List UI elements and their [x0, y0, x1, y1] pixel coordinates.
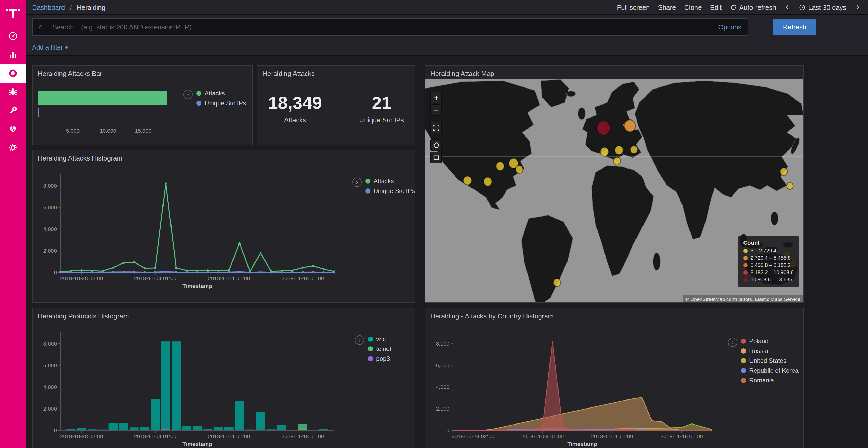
add-filter-link[interactable]: Add a filter + [32, 44, 68, 51]
sidebar-item-gauge[interactable] [0, 27, 26, 45]
legend-item-attacks[interactable]: Attacks [196, 90, 246, 97]
legend-toggle-icon[interactable]: › [352, 177, 362, 187]
auto-refresh-button[interactable]: Auto-refresh [730, 3, 776, 11]
draw-rectangle-button[interactable] [430, 152, 442, 163]
legend-item-pop3[interactable]: pop3 [368, 355, 392, 362]
legend-item-vnc[interactable]: vnc [368, 336, 392, 343]
map-attribution[interactable]: © OpenStreetMap contributors, Elastic Ma… [682, 295, 803, 303]
legend-item-poland[interactable]: Poland [741, 338, 799, 345]
legend-item-unique-src-ips[interactable]: Unique Src IPs [196, 100, 246, 107]
legend-item-telnet[interactable]: telnet [368, 345, 392, 352]
svg-text:8,000: 8,000 [43, 341, 57, 347]
panel-title-attacks-metric[interactable]: Heralding Attacks [257, 66, 415, 79]
panel-title-attacks-bar[interactable]: Heralding Attacks Bar [33, 66, 252, 79]
map-marker[interactable] [553, 279, 561, 286]
search-input[interactable] [52, 23, 713, 31]
time-forward-button[interactable] [855, 4, 861, 10]
map-marker[interactable] [496, 162, 504, 171]
legend-item-unique-src-ips[interactable]: Unique Src IPs [365, 187, 415, 195]
dashboard-left-column: Heralding Attacks Bar 5,00010,00015,000 … [32, 65, 415, 448]
refresh-button[interactable]: Refresh [773, 19, 816, 35]
fit-bounds-button[interactable] [430, 122, 442, 133]
legend-item-united-states[interactable]: United States [741, 357, 799, 365]
map-area[interactable]: Count 3 – 2,729.42,729.4 – 5,455.85,455.… [425, 79, 803, 303]
attacks-histogram-chart[interactable]: 02,0004,0006,0008,0002018-10-28 02:00201… [36, 164, 338, 293]
svg-text:2018-11-04 01:00: 2018-11-04 01:00 [521, 433, 564, 439]
legend-dot [368, 346, 373, 351]
map-marker[interactable] [484, 177, 492, 186]
legend-item-russia[interactable]: Russia [741, 347, 799, 354]
map-marker[interactable] [463, 176, 472, 185]
svg-text:2,000: 2,000 [436, 406, 450, 412]
panel-title-attacks-histogram[interactable]: Heralding Attacks Histogram [33, 150, 415, 164]
legend-label: pop3 [376, 355, 390, 362]
nav-action-share[interactable]: Share [658, 3, 676, 11]
plus-icon: + [65, 44, 69, 51]
panel-title-attack-map[interactable]: Heralding Attack Map [425, 66, 803, 79]
svg-text:4,000: 4,000 [43, 384, 57, 390]
map-marker[interactable] [600, 147, 609, 156]
legend-dot [741, 348, 746, 353]
kibana-dashboard-app: Dashboard / Heralding Full screenShareCl… [0, 0, 868, 448]
chart-legend: › AttacksUnique Src IPs [183, 90, 246, 109]
map-legend: Count 3 – 2,729.42,729.4 – 5,455.85,455.… [738, 236, 799, 287]
sidebar-item-wrench[interactable] [0, 101, 26, 120]
legend-item-republic-of-korea[interactable]: Republic of Korea [741, 367, 799, 374]
svg-text:2018-11-18 01:00: 2018-11-18 01:00 [282, 275, 324, 281]
nav-action-edit[interactable]: Edit [710, 3, 722, 11]
legend-toggle-icon[interactable]: › [355, 336, 364, 345]
breadcrumb-dashboard[interactable]: Dashboard [32, 3, 65, 11]
map-marker[interactable] [597, 121, 610, 135]
legend-toggle-icon[interactable]: › [183, 90, 193, 99]
svg-text:2018-11-11 01:00: 2018-11-11 01:00 [208, 433, 250, 439]
map-legend-item: 5,455.8 – 8,182.2 [743, 262, 794, 268]
svg-text:2018-11-04 01:00: 2018-11-04 01:00 [134, 275, 177, 281]
protocols-histogram-chart[interactable]: 02,0004,0006,0008,0002018-10-28 02:00201… [36, 322, 340, 448]
legend-toggle-icon[interactable]: › [728, 338, 737, 347]
legend-label: 5,455.8 – 8,182.2 [750, 262, 791, 268]
time-range-button[interactable]: Last 30 days [799, 3, 846, 11]
map-marker[interactable] [787, 183, 793, 189]
sidebar-item-bug[interactable] [0, 82, 26, 101]
legend-item-romania[interactable]: Romania [741, 377, 799, 384]
attacks-bar-chart[interactable]: 5,00010,00015,000 [36, 82, 180, 134]
map-marker[interactable] [613, 157, 621, 165]
nav-action-clone[interactable]: Clone [684, 3, 702, 11]
telekom-t-logo[interactable] [5, 6, 21, 19]
panel-title-protocols-histogram[interactable]: Heralding Protocols Histogram [33, 308, 415, 322]
zoom-in-button[interactable] [430, 92, 442, 103]
legend-item-attacks[interactable]: Attacks [365, 177, 415, 185]
wrench-icon [8, 105, 18, 115]
sidebar-item-gear[interactable] [0, 138, 26, 157]
legend-label: 10,908.6 – 13,635 [750, 277, 792, 282]
panel-title-country-histogram[interactable]: Heralding - Attacks by Country Histogram [425, 308, 803, 322]
map-marker[interactable] [780, 168, 787, 175]
legend-dot [743, 256, 747, 260]
svg-text:6,000: 6,000 [43, 204, 57, 210]
map-marker[interactable] [615, 146, 623, 154]
legend-dot [743, 263, 747, 267]
sidebar-item-heartbeat[interactable] [0, 120, 26, 138]
country-histogram-chart[interactable]: 02,0004,0006,0008,0002018-10-28 02:00201… [428, 322, 718, 448]
svg-text:10,000: 10,000 [100, 128, 116, 134]
legend-label: Unique Src IPs [374, 187, 415, 195]
nav-action-full-screen[interactable]: Full screen [617, 3, 650, 11]
draw-polygon-button[interactable] [430, 139, 442, 151]
time-back-button[interactable] [784, 4, 791, 10]
map-marker[interactable] [630, 146, 638, 153]
options-link[interactable]: Options [718, 23, 741, 31]
map-marker[interactable] [624, 120, 636, 132]
search-box[interactable]: >_ Options [32, 18, 748, 36]
chart-legend: › vnctelnetpop3 [355, 336, 392, 365]
clock-icon [799, 4, 806, 10]
donut-icon [8, 68, 18, 78]
zoom-out-button[interactable] [430, 104, 442, 115]
bug-icon [8, 87, 18, 97]
sidebar-item-donut[interactable] [0, 64, 26, 82]
map-legend-title: Count [743, 240, 794, 246]
svg-text:4,000: 4,000 [43, 226, 57, 232]
nav-actions: Full screenShareCloneEdit [617, 3, 721, 11]
search-bar-row: >_ Options Refresh [26, 15, 868, 40]
map-marker[interactable] [516, 166, 523, 173]
sidebar-item-bar-chart[interactable] [0, 45, 26, 64]
